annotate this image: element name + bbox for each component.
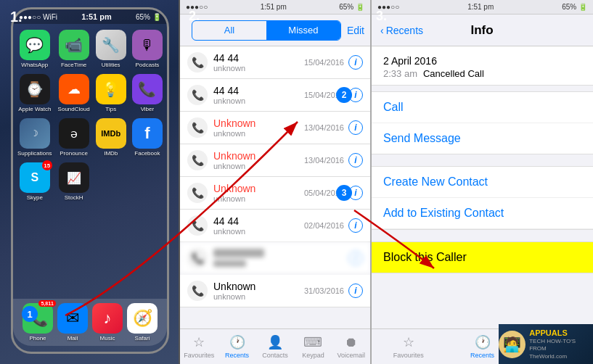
recent-item-8[interactable]: 📞 Unknown unknown 31/03/2016 i <box>180 275 370 307</box>
battery-1: 65% 🔋 <box>136 13 161 21</box>
app-podcasts[interactable]: 🎙 Podcasts <box>132 30 163 68</box>
applewatch-icon: ⌚ <box>20 74 50 104</box>
app-whatsapp[interactable]: 💬 WhatsApp <box>17 30 52 68</box>
battery-2: 65% 🔋 <box>339 3 364 11</box>
phone-badge: 5,811 <box>38 300 56 307</box>
back-button[interactable]: ‹ Recents <box>380 25 423 36</box>
skype-icon: S 15 <box>20 162 50 193</box>
info-btn-7[interactable]: i <box>348 251 363 265</box>
send-message-action[interactable]: Send Message <box>372 123 593 154</box>
seg-all[interactable]: All <box>192 21 266 40</box>
dock-safari[interactable]: 🧭 Safari <box>127 303 158 342</box>
recent-item-2[interactable]: 📞 44 44 unknown 15/04/2016 i 2 <box>180 79 370 112</box>
section2: ●●●○○ 1:51 pm 65% 🔋 All Missed Edit 📞 44… <box>180 0 372 364</box>
recent-name-7 <box>213 248 344 260</box>
phone-icon-4: 📞 <box>187 150 208 170</box>
recent-item-1[interactable]: 📞 44 44 unknown 15/04/2016 i <box>180 46 370 79</box>
skype-label: Skype <box>27 194 43 201</box>
recent-date-6: 02/04/2016 <box>304 221 344 230</box>
star-icon-3: ☆ <box>403 334 414 350</box>
call-action[interactable]: Call <box>372 92 593 123</box>
step-circle-1: 1 <box>22 306 38 322</box>
recent-item-5[interactable]: 📞 Unknown unknown 05/04/2016 i 3 <box>180 177 370 210</box>
supplications-label: Supplications <box>17 150 52 157</box>
app-utilities[interactable]: 🔧 Utilities <box>96 30 126 68</box>
tab-recents-2[interactable]: 🕐 Recents <box>218 334 255 359</box>
recent-sub-7 <box>213 260 344 268</box>
info-btn-3[interactable]: i <box>348 120 363 135</box>
app-applewatch[interactable]: ⌚ Apple Watch <box>17 74 52 112</box>
facetime-icon: 📹 <box>59 30 89 60</box>
phone-icon-6: 📞 <box>187 215 208 236</box>
utilities-label: Utilities <box>102 62 120 68</box>
signal-icon: ●●●○○ WiFi <box>19 13 57 21</box>
tab-keypad-2[interactable]: ⌨ Keypad <box>294 334 332 359</box>
app-stockh[interactable]: 📈 StockH <box>58 162 90 201</box>
time-row: 2:33 am Cancelled Call <box>383 68 581 79</box>
tab-voicemail-label-2: Voicemail <box>338 352 366 359</box>
app-tips[interactable]: 💡 Tips <box>96 74 126 112</box>
battery-icon-1: 🔋 <box>152 13 161 21</box>
call-date: 2 April 2016 <box>383 55 581 67</box>
star-icon-2: ☆ <box>193 334 205 350</box>
applewatch-label: Apple Watch <box>18 106 51 112</box>
tab-recents-label-3: Recents <box>470 352 494 359</box>
facetime-label: FaceTime <box>61 62 86 68</box>
tab-voicemail-2[interactable]: ⏺ Voicemail <box>332 335 370 359</box>
stockh-icon: 📈 <box>59 162 89 193</box>
time-3: 1:51 pm <box>467 3 494 11</box>
status-bar-3: ●●●○○ 1:51 pm 65% 🔋 <box>372 0 593 15</box>
imdb-icon: IMDb <box>96 118 126 149</box>
info-btn-8[interactable]: i <box>348 284 363 298</box>
tab-favourites-3[interactable]: ☆ Favourites <box>372 334 446 359</box>
recent-name-4: Unknown <box>213 150 304 162</box>
recent-item-7[interactable]: 📞 i <box>180 242 370 275</box>
info-btn-6[interactable]: i <box>348 218 363 233</box>
recent-date-3: 13/04/2016 <box>304 123 344 132</box>
pronounce-icon: ə <box>59 118 89 149</box>
recent-sub-1: unknown <box>213 64 304 73</box>
phone-icon-7: 📞 <box>187 248 208 268</box>
app-facetime[interactable]: 📹 FaceTime <box>58 30 90 68</box>
call-type: Cancelled Call <box>423 68 484 79</box>
tab-contacts-2[interactable]: 👤 Contacts <box>256 334 294 359</box>
block-caller-button[interactable]: Block this Caller <box>372 242 593 273</box>
battery-3: 65% 🔋 <box>562 3 587 11</box>
edit-button[interactable]: Edit <box>347 25 364 36</box>
dock-music[interactable]: ♪ Music <box>92 303 123 342</box>
add-to-existing-contact[interactable]: Add to Existing Contact <box>372 198 593 229</box>
step1-label: 1. <box>10 9 23 25</box>
facebook-label: Facebook <box>134 150 160 157</box>
dock-mail[interactable]: ✉ Mail <box>57 303 88 342</box>
recent-sub-4: unknown <box>213 162 304 170</box>
phone-dock-label: Phone <box>29 335 46 342</box>
app-viber[interactable]: 📞 Viber <box>132 74 163 112</box>
recent-sub-6: unknown <box>213 227 304 236</box>
app-soundcloud[interactable]: ☁ SoundCloud <box>58 74 90 112</box>
app-grid: 💬 WhatsApp 📹 FaceTime 🔧 Utilities 🎙 Podc… <box>13 24 167 207</box>
tab-favourites-2[interactable]: ☆ Favourites <box>180 334 218 359</box>
app-facebook[interactable]: f Facebook <box>132 118 163 157</box>
phone-icon-3: 📞 <box>187 117 208 138</box>
recent-info-7 <box>213 248 344 268</box>
mail-dock-icon: ✉ <box>57 303 88 334</box>
facebook-icon: f <box>132 118 163 149</box>
recent-date-8: 31/03/2016 <box>304 286 344 295</box>
app-supplications[interactable]: ☽ Supplications <box>17 118 52 157</box>
recent-sub-3: unknown <box>213 129 304 138</box>
recent-item-3[interactable]: 📞 Unknown unknown 13/04/2016 i <box>180 112 370 144</box>
info-btn-1[interactable]: i <box>348 55 363 70</box>
info-btn-4[interactable]: i <box>348 153 363 167</box>
seg-control[interactable]: All Missed <box>192 20 341 41</box>
step2-label: 2. <box>189 9 200 24</box>
app-skype[interactable]: S 15 Skype <box>17 162 52 201</box>
recent-item-6[interactable]: 📞 44 44 unknown 02/04/2016 i <box>180 210 370 242</box>
stockh-label: StockH <box>65 194 83 201</box>
whatsapp-icon: 💬 <box>20 30 50 60</box>
app-pronounce[interactable]: ə Pronounce <box>58 118 90 157</box>
app-imdb[interactable]: IMDb IMDb <box>96 118 126 157</box>
actions-section: Call Send Message <box>372 91 593 154</box>
create-new-contact[interactable]: Create New Contact <box>372 167 593 198</box>
seg-missed[interactable]: Missed <box>266 21 340 40</box>
recent-item-4[interactable]: 📞 Unknown unknown 13/04/2016 i <box>180 144 370 177</box>
